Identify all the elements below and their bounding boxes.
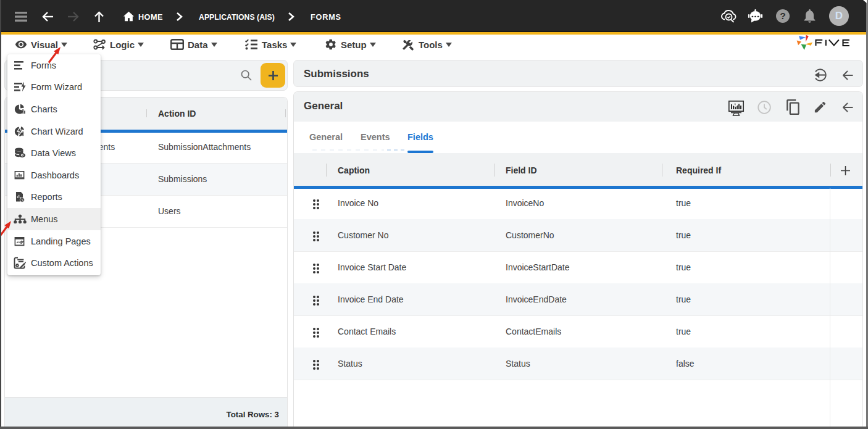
svg-text:?: ? bbox=[780, 10, 785, 21]
